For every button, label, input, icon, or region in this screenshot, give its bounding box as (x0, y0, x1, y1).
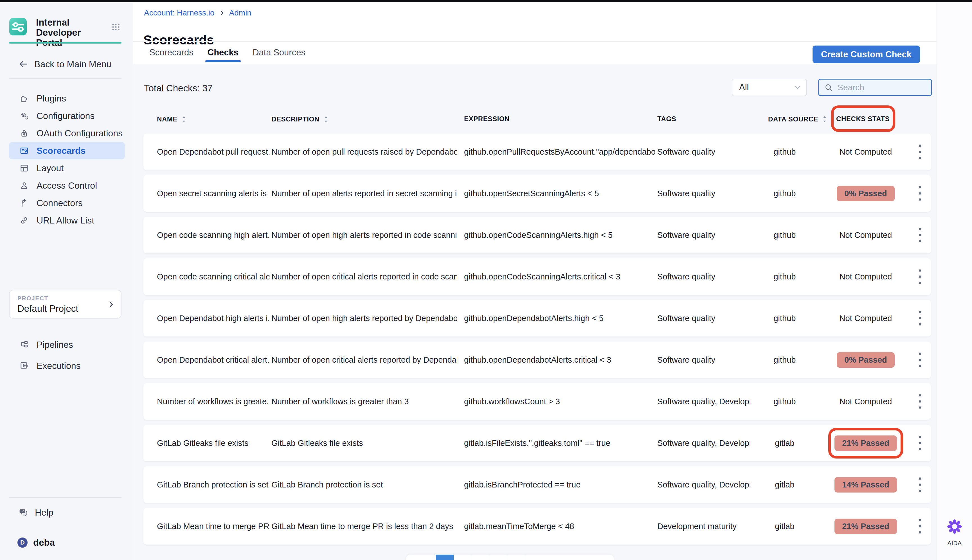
svg-text:?: ? (22, 509, 23, 513)
breadcrumb-chevron-icon (219, 10, 225, 16)
project-eyebrow: PROJECT (17, 295, 48, 302)
check-stats-cell: Not Computed (823, 217, 908, 253)
sidebar-item-oauth-configurations[interactable]: OAuth Configurations (9, 125, 125, 142)
sidebar-item-url-allow-list[interactable]: URL Allow List (9, 212, 125, 229)
check-tags: Development maturity (657, 508, 750, 545)
sidebar-item-label: Connectors (37, 198, 83, 208)
lock-icon (19, 128, 29, 138)
check-data-source: github (757, 383, 813, 420)
check-description: Number of open alerts reported in secret… (271, 175, 457, 212)
pagination-prev-button[interactable] (406, 555, 436, 560)
tab-data-sources[interactable]: Data Sources (252, 48, 306, 58)
kebab-menu-icon[interactable] (914, 467, 925, 503)
search-icon (824, 83, 833, 92)
table-row[interactable]: GitLab Gitleaks file exists GitLab Gitle… (144, 425, 931, 461)
table-row[interactable]: GitLab Branch protection is set GitLab B… (144, 467, 931, 503)
pagination-next-button[interactable] (526, 555, 614, 560)
create-custom-check-button[interactable]: Create Custom Check (813, 45, 920, 63)
user-menu[interactable]: D deba (0, 535, 133, 550)
breadcrumb-account-link[interactable]: Account: Harness.io (144, 8, 215, 17)
check-tags: Software quality (657, 300, 750, 337)
column-header-expression: EXPRESSION (464, 115, 509, 123)
pagination-page-button[interactable] (508, 555, 526, 560)
check-stats-cell: Not Computed (823, 383, 908, 420)
check-expression: github.openDependabotAlerts.high < 5 (464, 300, 655, 337)
check-name: Open Dependabot pull request... (157, 133, 269, 170)
check-expression: gitlab.meanTimeToMerge < 48 (464, 508, 655, 545)
sidebar-item-scorecards[interactable]: Scorecards (9, 142, 125, 159)
check-name: Open code scanning critical ale... (157, 258, 269, 295)
sidebar-item-layout[interactable]: Layout (9, 159, 125, 177)
breadcrumb: Account: Harness.io Admin (144, 8, 251, 17)
window-top-edge (0, 0, 972, 2)
check-stats-cell: Not Computed (823, 258, 908, 295)
check-stats-value: 21% Passed (835, 519, 897, 534)
sidebar-item-connectors[interactable]: Connectors (9, 194, 125, 212)
app-grid-menu-icon[interactable] (111, 23, 120, 32)
kebab-menu-icon[interactable] (914, 508, 925, 545)
table-row[interactable]: Number of workflows is greate... Number … (144, 383, 931, 420)
search-input[interactable] (837, 82, 927, 92)
kebab-menu-icon[interactable] (914, 258, 925, 295)
check-stats-cell: Not Computed (823, 133, 908, 170)
sort-icon (322, 115, 330, 123)
column-header-name[interactable]: NAME (157, 115, 188, 123)
project-selector[interactable]: PROJECT Default Project (9, 290, 122, 318)
back-arrow-icon (18, 59, 29, 69)
pagination-page-button[interactable] (454, 555, 472, 560)
kebab-menu-icon[interactable] (914, 300, 925, 337)
column-header-data-source[interactable]: DATA SOURCE (768, 115, 828, 123)
aida-label: AIDA (937, 540, 972, 547)
kebab-menu-icon[interactable] (914, 342, 925, 378)
back-to-main-menu-button[interactable]: Back to Main Menu (0, 57, 133, 72)
tab-checks[interactable]: Checks (207, 48, 239, 58)
table-row[interactable]: Open Dependabot critical alert... Number… (144, 342, 931, 378)
breadcrumb-admin-link[interactable]: Admin (229, 8, 251, 17)
table-row[interactable]: GitLab Mean time to merge PR ... GitLab … (144, 508, 931, 545)
table-row[interactable]: Open code scanning critical ale... Numbe… (144, 258, 931, 295)
plugins-icon (19, 93, 29, 103)
table-row[interactable]: Open secret scanning alerts is ... Numbe… (144, 175, 931, 212)
column-header-tags: TAGS (657, 115, 676, 123)
sidebar-item-executions[interactable]: Executions (9, 357, 125, 375)
check-description: Number of open high alerts reported by D… (271, 300, 457, 337)
kebab-menu-icon[interactable] (914, 133, 925, 170)
pagination-page-button-active[interactable] (436, 555, 454, 560)
check-tags: Software quality, Development... (657, 425, 750, 461)
check-tags: Software quality, Development... (657, 383, 750, 420)
sidebar-item-label: URL Allow List (37, 215, 94, 226)
check-data-source: gitlab (757, 467, 813, 503)
configurations-icon (19, 111, 29, 121)
tab-scorecards[interactable]: Scorecards (149, 48, 194, 58)
column-header-description[interactable]: DESCRIPTION (271, 115, 330, 123)
aida-assistant-button[interactable]: AIDA (937, 517, 972, 547)
check-data-source: github (757, 133, 813, 170)
page-header: Account: Harness.io Admin Scorecards Sco… (133, 2, 937, 64)
user-name: deba (33, 537, 55, 548)
check-description: GitLab Gitleaks file exists (271, 425, 457, 461)
pagination-page-button[interactable] (490, 555, 508, 560)
brand-divider (9, 42, 122, 43)
pipelines-icon (19, 340, 29, 350)
sidebar: Internal Developer Portal Back to Main M… (0, 2, 133, 560)
table-row[interactable]: Open code scanning high alert... Number … (144, 217, 931, 253)
filter-dropdown[interactable]: All (732, 79, 807, 96)
sidebar-menu: Plugins Configurations OAuth Configurati… (0, 90, 133, 229)
help-button[interactable]: ? Help (0, 505, 133, 520)
sidebar-item-access-control[interactable]: Access Control (9, 177, 125, 194)
check-data-source: github (757, 342, 813, 378)
kebab-menu-icon[interactable] (914, 383, 925, 420)
search-box (818, 79, 932, 96)
table-row[interactable]: Open Dependabot high alerts i... Number … (144, 300, 931, 337)
checks-content: Total Checks: 37 All NAME DESCRIPTION EX… (133, 64, 937, 560)
check-description: GitLab Branch protection is set (271, 467, 457, 503)
kebab-menu-icon[interactable] (914, 217, 925, 253)
sidebar-item-configurations[interactable]: Configurations (9, 107, 125, 125)
sidebar-item-pipelines[interactable]: Pipelines (9, 336, 125, 353)
pagination-page-button[interactable] (472, 555, 490, 560)
kebab-menu-icon[interactable] (914, 425, 925, 461)
total-checks-label: Total Checks: 37 (144, 83, 213, 93)
table-row[interactable]: Open Dependabot pull request... Number o… (144, 133, 931, 170)
sidebar-item-plugins[interactable]: Plugins (9, 90, 125, 107)
kebab-menu-icon[interactable] (914, 175, 925, 212)
